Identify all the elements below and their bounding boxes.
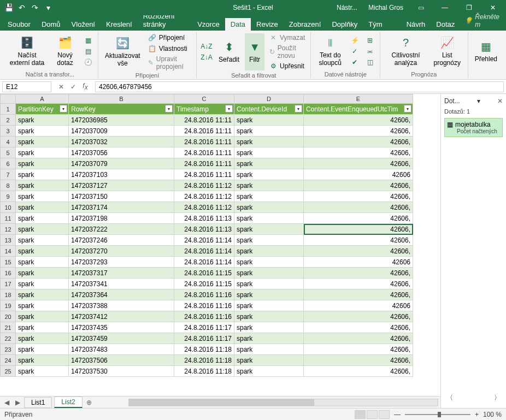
row-hdr[interactable]: 10 [1, 202, 16, 213]
cell[interactable]: 24.8.2016 11:11 [174, 115, 234, 126]
cell[interactable]: 42606, [304, 333, 413, 344]
cell[interactable]: spark [16, 300, 69, 311]
cell[interactable]: spark [16, 235, 69, 246]
outline-button[interactable]: ▦ Přehled [472, 33, 501, 70]
cell[interactable]: 42606, [304, 279, 413, 289]
cell[interactable]: 24.8.2016 11:18 [174, 366, 234, 377]
table-header-b[interactable]: RowKey▾ [69, 104, 174, 115]
filter-button[interactable]: ▼ Filtr [245, 33, 264, 70]
row-hdr[interactable]: 14 [1, 246, 16, 257]
table-row[interactable]: 20spark147203741224.8.2016 11:16spark426… [1, 311, 413, 322]
cell[interactable]: 24.8.2016 11:16 [174, 300, 234, 311]
tab-addins[interactable]: Doplňky [326, 18, 363, 31]
row-hdr[interactable]: 12 [1, 224, 16, 235]
cell[interactable]: 1472037056 [69, 147, 174, 158]
redo-icon[interactable]: ↷ [30, 2, 40, 13]
row-hdr[interactable]: 5 [1, 147, 16, 158]
cell[interactable]: 1472037079 [69, 158, 174, 169]
zoom-in-button[interactable]: + [475, 411, 479, 418]
cell[interactable]: 24.8.2016 11:12 [174, 180, 234, 191]
table-row[interactable]: 5spark147203705624.8.2016 11:11spark4260… [1, 147, 413, 158]
row-hdr[interactable]: 15 [1, 257, 16, 268]
query-item[interactable]: ▦ mojetabulka Počet načtených [444, 118, 503, 137]
row-hdr[interactable]: 11 [1, 213, 16, 224]
get-external-data-button[interactable]: 🗄️ Načíst externí data [5, 33, 49, 70]
cell[interactable]: spark [16, 126, 69, 137]
table-row[interactable]: 8spark147203712724.8.2016 11:12spark4260… [1, 180, 413, 191]
data-validation-button[interactable]: ✔ [348, 57, 361, 67]
cell[interactable]: spark [234, 322, 304, 333]
refresh-all-button[interactable]: 🔄 Aktualizovat vše [102, 33, 144, 70]
row-hdr[interactable]: 21 [1, 322, 16, 333]
cell[interactable]: spark [16, 279, 69, 289]
cell[interactable]: spark [234, 279, 304, 289]
manage-data-model-button[interactable]: ◫ [363, 57, 376, 67]
tab-team[interactable]: Tým [363, 18, 387, 31]
cell[interactable]: 1472037317 [69, 268, 174, 279]
cell[interactable]: 1472037103 [69, 169, 174, 180]
close-pane-button[interactable]: ✕ [497, 97, 503, 105]
cell[interactable]: 1472037150 [69, 191, 174, 202]
cell[interactable]: 24.8.2016 11:11 [174, 169, 234, 180]
row-hdr[interactable]: 4 [1, 137, 16, 147]
reapply-button[interactable]: ↻Použít znovu [267, 44, 307, 60]
horizontal-scrollbar[interactable] [128, 399, 438, 406]
table-row[interactable]: 22spark147203745924.8.2016 11:17spark426… [1, 333, 413, 344]
row-hdr[interactable]: 19 [1, 300, 16, 311]
cell[interactable]: spark [16, 191, 69, 202]
cell[interactable]: 24.8.2016 11:15 [174, 268, 234, 279]
cell[interactable]: 42606, [304, 126, 413, 137]
cell[interactable]: spark [234, 311, 304, 322]
from-table-button[interactable]: ▤ [81, 46, 95, 56]
minimize-button[interactable]: — [434, 0, 456, 15]
row-hdr[interactable]: 6 [1, 158, 16, 169]
row-hdr[interactable]: 17 [1, 279, 16, 289]
tab-design[interactable]: Návrh [401, 18, 431, 31]
cell[interactable]: 24.8.2016 11:14 [174, 235, 234, 246]
cell[interactable]: 24.8.2016 11:17 [174, 322, 234, 333]
cell[interactable]: spark [234, 180, 304, 191]
cell[interactable]: 42606, [304, 235, 413, 246]
cell[interactable]: 24.8.2016 11:11 [174, 158, 234, 169]
cell[interactable]: spark [234, 235, 304, 246]
row-hdr[interactable]: 7 [1, 169, 16, 180]
table-row[interactable]: 21spark147203743524.8.2016 11:17spark426… [1, 322, 413, 333]
col-header-e[interactable]: E [304, 94, 413, 104]
cell[interactable]: spark [16, 246, 69, 257]
table-row[interactable]: 18spark147203736424.8.2016 11:16spark426… [1, 289, 413, 300]
cell[interactable]: 42606, [304, 202, 413, 213]
cell[interactable]: spark [234, 333, 304, 344]
cell[interactable]: 24.8.2016 11:18 [174, 355, 234, 366]
cell[interactable]: 1472037198 [69, 213, 174, 224]
filter-arrow-icon[interactable]: ▾ [60, 105, 67, 113]
row-hdr[interactable]: 18 [1, 289, 16, 300]
cell[interactable]: 42606, [304, 311, 413, 322]
tab-draw[interactable]: Kreslení [101, 18, 138, 31]
tab-file[interactable]: Soubor [2, 18, 36, 31]
tell-me-search[interactable]: 💡 Řekněte m [460, 11, 504, 31]
sort-button[interactable]: ⬍ Seřadit [215, 33, 243, 70]
cell[interactable]: spark [16, 333, 69, 344]
cell[interactable]: 24.8.2016 11:14 [174, 246, 234, 257]
cell[interactable]: 1472037388 [69, 300, 174, 311]
row-hdr[interactable]: 8 [1, 180, 16, 191]
cell[interactable]: spark [16, 366, 69, 377]
cell[interactable]: 1472037341 [69, 279, 174, 289]
cell[interactable]: 42606, [304, 366, 413, 377]
col-header-b[interactable]: B [69, 94, 174, 104]
undo-icon[interactable]: ↶ [16, 2, 27, 13]
cell[interactable]: 42606, [304, 246, 413, 257]
cell[interactable]: 42606, [304, 268, 413, 279]
col-header-c[interactable]: C [174, 94, 234, 104]
cell[interactable]: 42606, [304, 158, 413, 169]
row-hdr[interactable]: 25 [1, 366, 16, 377]
cell[interactable]: 1472036985 [69, 115, 174, 126]
cell[interactable]: 24.8.2016 11:15 [174, 279, 234, 289]
flash-fill-button[interactable]: ⚡ [348, 36, 361, 45]
cell[interactable]: spark [16, 257, 69, 268]
cell[interactable]: spark [234, 257, 304, 268]
zoom-slider[interactable] [405, 414, 470, 415]
cell[interactable]: 42606, [304, 213, 413, 224]
ribbon-display-icon[interactable]: ▭ [410, 0, 432, 15]
cell[interactable]: 42606, [304, 147, 413, 158]
